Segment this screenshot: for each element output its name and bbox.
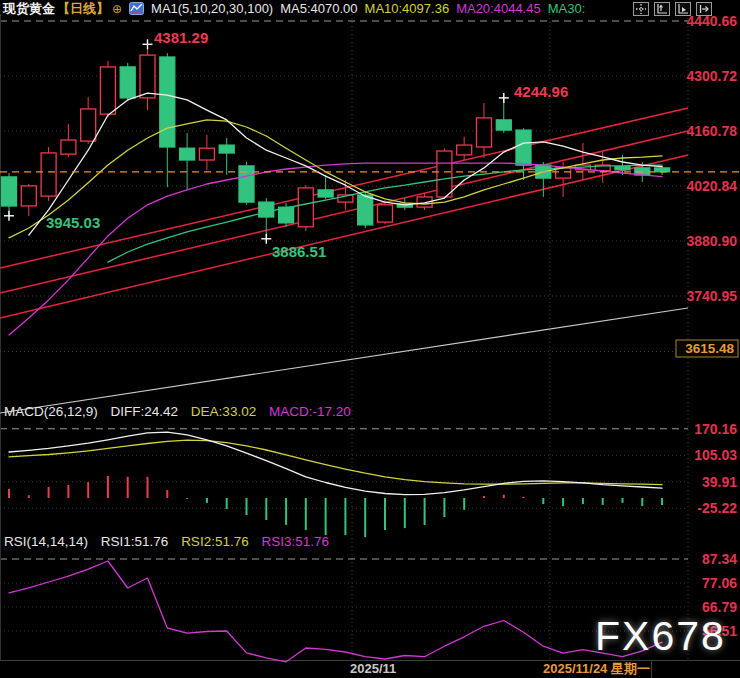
pan-right-icon[interactable]: [696, 2, 712, 16]
ma10-line: [9, 120, 662, 238]
y-axis-label: 4020.84: [686, 178, 737, 194]
y-axis-label: 4300.72: [686, 68, 737, 84]
macd-axis-label: -25.22: [697, 500, 737, 516]
macd-diff-value: DIFF:24.42: [111, 404, 179, 419]
y-axis-scale-icon[interactable]: [654, 2, 670, 16]
rsi-line: [9, 561, 662, 662]
trading-chart-app: 4381.294244.963945.033886.514440.664300.…: [0, 0, 740, 678]
trendline: [0, 308, 688, 413]
low-annotation: 3945.03: [46, 214, 100, 231]
candle: [496, 120, 511, 130]
candle: [516, 130, 531, 165]
candle: [160, 57, 175, 147]
boxed-axis-label: 3615.48: [685, 341, 734, 356]
add-indicator-icon[interactable]: ⊕: [112, 2, 122, 16]
candle: [378, 205, 393, 222]
macd-axis-label: 170.16: [694, 421, 737, 437]
rsi3-value: RSI3:51.76: [261, 534, 329, 549]
macd-dea-value: DEA:33.02: [191, 404, 256, 419]
crosshair-move-icon[interactable]: [633, 2, 649, 16]
candle: [41, 153, 56, 196]
chart-toolbar: [633, 2, 712, 16]
watermark: FX678: [595, 613, 726, 660]
y-axis-label: 3740.95: [686, 288, 737, 304]
candle: [21, 186, 36, 206]
y-axis-label: 4160.78: [686, 123, 737, 139]
chart-header: 现货黄金 【日线】 ⊕ MA1(5,10,20,30,100) MA5:4070…: [0, 0, 740, 17]
candle: [180, 148, 195, 160]
candle: [199, 148, 214, 160]
rsi2-value: RSI2:51.76: [181, 534, 249, 549]
trendline: [0, 131, 688, 293]
macd-panel-title: MACD(26,12,9) DIFF:24.42 DEA:33.02 MACD:…: [4, 404, 360, 419]
macd-axis-label: 39.91: [702, 474, 737, 490]
rsi-axis-label: 87.34: [702, 551, 737, 567]
candle: [120, 67, 135, 98]
candle: [477, 118, 492, 147]
candles-layer: [2, 44, 670, 239]
candle: [437, 151, 452, 197]
candle: [219, 145, 234, 153]
y-axis-label: 3880.90: [686, 233, 737, 249]
candle: [61, 140, 76, 154]
candle: [615, 167, 630, 170]
candle: [259, 202, 274, 217]
macd-axis-label: 105.03: [694, 447, 737, 463]
ma20-value: MA20:4044.45: [456, 1, 541, 16]
rsi1-value: RSI1:51.76: [101, 534, 169, 549]
macd-macd-value: MACD:-17.20: [269, 404, 351, 419]
candle: [100, 67, 115, 114]
trendline: [0, 155, 688, 318]
candle: [2, 177, 17, 206]
ma-group-label: MA1(5,10,20,30,100): [151, 1, 273, 16]
rsi-panel-title: RSI(14,14,14) RSI1:51.76 RSI2:51.76 RSI3…: [4, 534, 338, 549]
x-axis-label: 2025/11: [350, 661, 396, 676]
candle: [140, 55, 155, 98]
ma20-line: [9, 163, 662, 335]
chart-canvas[interactable]: 4381.294244.963945.033886.514440.664300.…: [0, 0, 740, 678]
candle: [298, 188, 313, 227]
high-annotation: 4244.96: [514, 83, 568, 100]
candle: [358, 195, 373, 225]
x-axis-scale-icon[interactable]: [675, 2, 691, 16]
macd-title: MACD(26,12,9): [4, 404, 98, 419]
ma10-value: MA10:4097.36: [365, 1, 450, 16]
high-annotation: 4381.29: [154, 29, 208, 46]
period-label[interactable]: 【日线】: [57, 0, 109, 18]
rsi-title: RSI(14,14,14): [4, 534, 88, 549]
x-axis-label: 2025/11/24 星期一: [543, 661, 650, 676]
low-annotation: 3886.51: [272, 243, 326, 260]
rsi-axis-label: 77.06: [702, 575, 737, 591]
candle: [318, 190, 333, 197]
candle: [457, 145, 472, 155]
ma5-value: MA5:4070.00: [280, 1, 357, 16]
ma30-value: MA30:: [548, 1, 586, 16]
candle: [81, 109, 96, 141]
line-chart-icon[interactable]: [129, 2, 144, 15]
trendline: [0, 108, 688, 268]
symbol-title: 现货黄金: [3, 0, 55, 18]
